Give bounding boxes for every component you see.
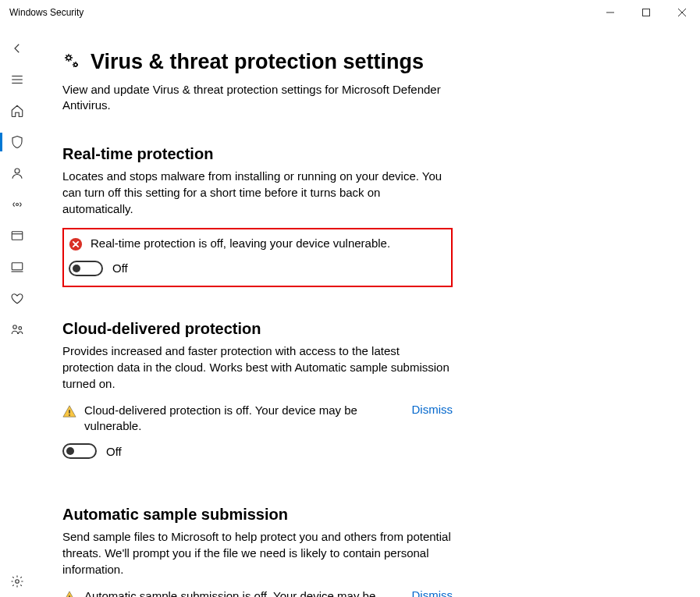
window-title: Windows Security [9, 7, 84, 18]
page-subtitle: View and update Virus & threat protectio… [62, 82, 453, 114]
svg-rect-9 [12, 232, 23, 240]
sample-description: Send sample files to Microsoft to help p… [62, 528, 453, 577]
titlebar: Windows Security [0, 0, 700, 25]
menu-button[interactable] [0, 64, 34, 95]
warning-icon [62, 404, 76, 418]
realtime-alert-text: Real-time protection is off, leaving you… [91, 236, 443, 251]
svg-rect-1 [643, 9, 650, 16]
page-header: Virus & threat protection settings [62, 50, 669, 74]
realtime-highlight-box: Real-time protection is off, leaving you… [62, 228, 453, 287]
maximize-button[interactable] [628, 0, 664, 25]
page-title: Virus & threat protection settings [91, 50, 424, 74]
realtime-toggle-row: Off [69, 261, 443, 276]
cloud-dismiss-link[interactable]: Dismiss [412, 403, 453, 416]
realtime-alert: Real-time protection is off, leaving you… [69, 236, 443, 251]
nav-device-security[interactable] [0, 251, 34, 283]
section-realtime-protection: Real-time protection Locates and stops m… [62, 145, 453, 287]
section-cloud-protection: Cloud-delivered protection Provides incr… [62, 320, 453, 460]
svg-point-8 [16, 204, 19, 206]
close-button[interactable] [664, 0, 700, 25]
nav-firewall[interactable] [0, 189, 34, 220]
nav-app-browser[interactable] [0, 220, 34, 251]
svg-point-13 [13, 325, 17, 329]
section-sample-submission: Automatic sample submission Send sample … [62, 506, 453, 597]
cloud-toggle-row: Off [62, 443, 453, 459]
cloud-toggle-label: Off [106, 445, 122, 458]
realtime-toggle-label: Off [112, 261, 128, 275]
svg-point-14 [19, 327, 22, 330]
sample-dismiss-link[interactable]: Dismiss [412, 588, 453, 597]
cloud-toggle[interactable] [62, 443, 97, 459]
error-icon [69, 237, 83, 251]
nav-virus-protection[interactable] [0, 126, 34, 158]
svg-point-20 [69, 414, 70, 416]
realtime-toggle[interactable] [69, 261, 103, 276]
cloud-alert-text: Cloud-delivered protection is off. Your … [84, 403, 400, 435]
main-content: Virus & threat protection settings View … [34, 25, 700, 597]
nav-home[interactable] [0, 95, 34, 126]
sample-alert-text: Automatic sample submission is off. Your… [84, 588, 400, 597]
back-button[interactable] [0, 33, 34, 64]
svg-point-7 [15, 169, 20, 173]
sidebar [0, 25, 34, 597]
sample-title: Automatic sample submission [62, 506, 453, 524]
warning-icon [62, 590, 76, 597]
cloud-alert: Cloud-delivered protection is off. Your … [62, 403, 453, 435]
nav-family-options[interactable] [0, 314, 34, 345]
svg-point-16 [67, 56, 71, 60]
sample-alert: Automatic sample submission is off. Your… [62, 588, 453, 597]
nav-device-performance[interactable] [0, 283, 34, 314]
cloud-description: Provides increased and faster protection… [62, 343, 453, 392]
svg-point-15 [16, 580, 20, 584]
settings-gears-icon [62, 52, 81, 73]
window-controls [592, 0, 700, 25]
svg-rect-11 [12, 263, 23, 270]
minimize-button[interactable] [592, 0, 628, 25]
nav-account-protection[interactable] [0, 158, 34, 189]
realtime-description: Locates and stops malware from installin… [62, 168, 453, 217]
nav-settings[interactable] [0, 566, 34, 597]
cloud-title: Cloud-delivered protection [62, 320, 453, 338]
realtime-title: Real-time protection [62, 145, 453, 163]
